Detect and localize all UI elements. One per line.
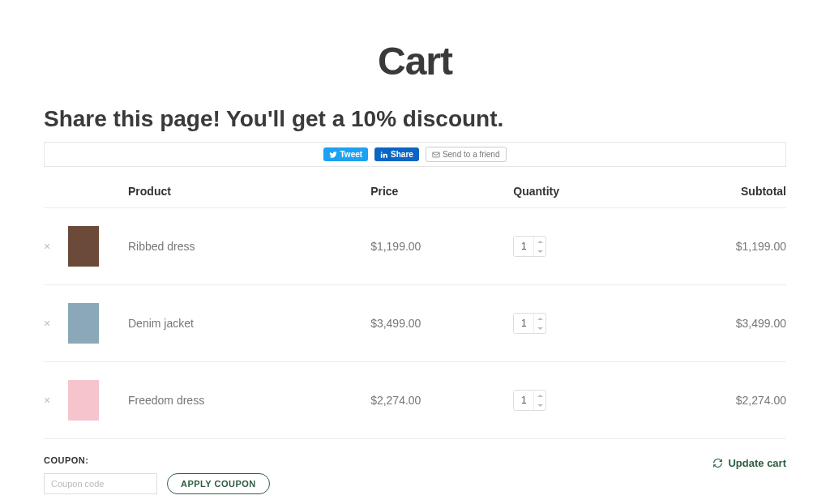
chevron-down-icon xyxy=(537,404,543,408)
product-subtotal: $3,499.00 xyxy=(736,317,786,330)
quantity-down-button[interactable] xyxy=(534,323,545,333)
coupon-label: COUPON: xyxy=(44,455,270,465)
table-row: × Freedom dress $2,274.00 $2,274.00 xyxy=(44,362,786,439)
table-row: × Denim jacket $3,499.00 $3,499.00 xyxy=(44,285,786,362)
header-quantity: Quantity xyxy=(513,175,644,208)
linkedin-label: Share xyxy=(391,149,413,160)
quantity-stepper xyxy=(513,236,546,257)
quantity-input[interactable] xyxy=(514,237,533,256)
chevron-up-icon xyxy=(537,394,543,398)
chevron-up-icon xyxy=(537,317,543,321)
header-price: Price xyxy=(370,175,513,208)
quantity-up-button[interactable] xyxy=(534,391,545,400)
remove-button[interactable]: × xyxy=(44,394,50,407)
apply-coupon-button[interactable]: APPLY COUPON xyxy=(167,473,270,494)
send-to-friend-button[interactable]: Send to a friend xyxy=(426,147,507,162)
quantity-input[interactable] xyxy=(514,314,533,333)
coupon-input[interactable] xyxy=(44,473,157,494)
update-cart-button[interactable]: Update cart xyxy=(712,457,786,469)
linkedin-share-button[interactable]: Share xyxy=(374,147,419,161)
send-friend-label: Send to a friend xyxy=(443,149,500,160)
share-bar: Tweet Share Send to a friend xyxy=(44,142,786,167)
chevron-up-icon xyxy=(537,240,543,244)
share-heading: Share this page! You'll get a 10% discou… xyxy=(44,106,786,132)
page-title: Cart xyxy=(44,39,786,83)
quantity-down-button[interactable] xyxy=(534,246,545,256)
table-row: × Ribbed dress $1,199.00 $1,199.00 xyxy=(44,208,786,285)
quantity-stepper xyxy=(513,313,546,334)
twitter-icon xyxy=(329,151,337,159)
quantity-up-button[interactable] xyxy=(534,237,545,246)
linkedin-icon xyxy=(380,151,388,159)
remove-button[interactable]: × xyxy=(44,240,50,253)
quantity-stepper xyxy=(513,390,546,411)
coupon-block: COUPON: APPLY COUPON xyxy=(44,455,270,494)
chevron-down-icon xyxy=(537,327,543,331)
product-thumbnail[interactable] xyxy=(68,226,99,267)
tweet-button[interactable]: Tweet xyxy=(323,147,368,161)
product-subtotal: $2,274.00 xyxy=(736,394,786,407)
product-price: $1,199.00 xyxy=(370,240,421,253)
product-name[interactable]: Ribbed dress xyxy=(128,240,195,253)
chevron-down-icon xyxy=(537,250,543,254)
product-name[interactable]: Denim jacket xyxy=(128,317,194,330)
header-product: Product xyxy=(113,175,370,208)
quantity-up-button[interactable] xyxy=(534,314,545,323)
product-thumbnail[interactable] xyxy=(68,303,99,344)
header-subtotal: Subtotal xyxy=(644,175,786,208)
tweet-label: Tweet xyxy=(340,149,362,160)
quantity-down-button[interactable] xyxy=(534,400,545,410)
product-thumbnail[interactable] xyxy=(68,380,99,421)
product-price: $3,499.00 xyxy=(370,317,421,330)
update-cart-label: Update cart xyxy=(728,457,786,469)
remove-button[interactable]: × xyxy=(44,317,50,330)
product-subtotal: $1,199.00 xyxy=(736,240,786,253)
quantity-input[interactable] xyxy=(514,391,533,410)
refresh-icon xyxy=(712,458,723,468)
cart-table: Product Price Quantity Subtotal × Ribbed… xyxy=(44,175,786,439)
product-name[interactable]: Freedom dress xyxy=(128,394,204,407)
product-price: $2,274.00 xyxy=(370,394,421,407)
envelope-icon xyxy=(432,151,440,159)
